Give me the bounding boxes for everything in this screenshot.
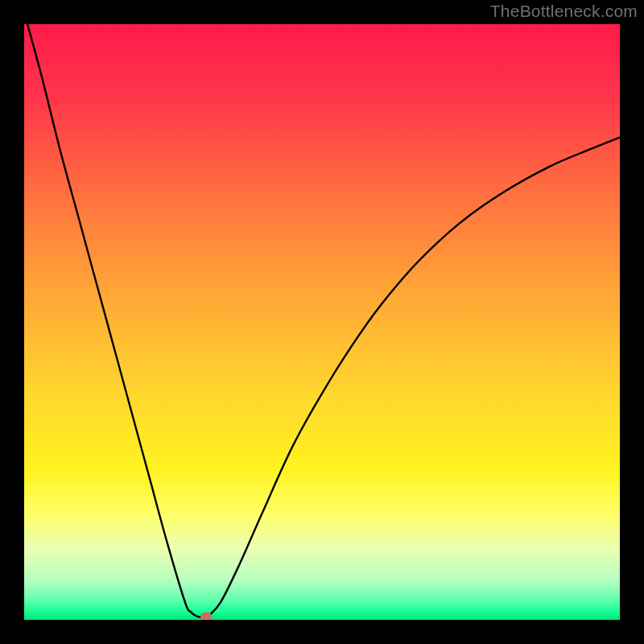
plot-area — [24, 24, 620, 620]
chart-stage: TheBottleneck.com — [0, 0, 644, 644]
watermark-text: TheBottleneck.com — [490, 2, 638, 21]
minimum-marker-dot — [200, 613, 212, 620]
bottleneck-curve — [24, 24, 620, 620]
